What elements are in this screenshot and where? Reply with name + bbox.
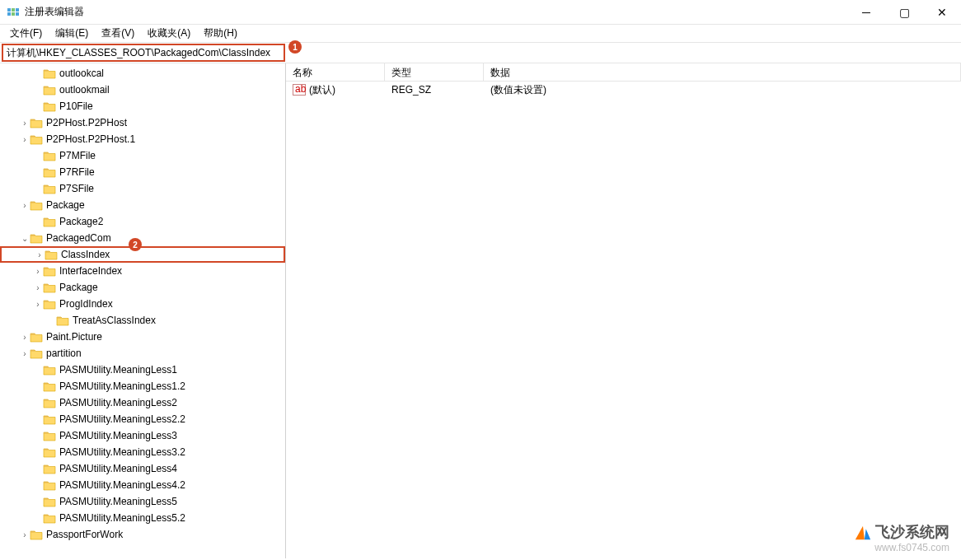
close-button[interactable]: ✕ [923,0,961,25]
tree-row[interactable]: PASMUtility.MeaningLess5.2 [0,510,285,526]
folder-icon [43,397,56,408]
tree-row[interactable]: PASMUtility.MeaningLess1.2 [0,378,285,394]
svg-rect-1 [7,12,11,16]
watermark: 飞沙系统网 www.fs0745.com [854,522,949,553]
tree-row[interactable]: P7SFile [0,180,285,197]
tree-row[interactable]: outlookmail [0,82,285,98]
tree-expander[interactable]: › [20,333,30,342]
tree-expander[interactable]: › [33,300,43,309]
tree-label: PASMUtility.MeaningLess4 [59,463,177,474]
svg-rect-2 [12,8,15,12]
watermark-text: 飞沙系统网 [875,522,949,542]
menu-view[interactable]: 查看(V) [95,25,141,42]
tree-row[interactable]: ⌄PackagedCom [0,230,285,246]
tree-row[interactable]: Package2 [0,213,285,230]
tree-row[interactable]: ›InterfaceIndex [0,263,285,279]
folder-icon [43,216,56,227]
value-row[interactable]: ab(默认)REG_SZ(数值未设置) [286,82,961,98]
folder-icon [43,298,56,310]
value-data: (数值未设置) [484,83,961,97]
folder-icon [43,68,56,79]
titlebar: 注册表编辑器 ─ ▢ ✕ [0,0,961,25]
tree: outlookcaloutlookmailP10File›P2PHost.P2P… [0,63,285,543]
tree-label: PASMUtility.MeaningLess1 [59,364,177,376]
app-icon [7,6,20,19]
tree-row[interactable]: TreatAsClassIndex [0,312,285,329]
tree-row[interactable]: PASMUtility.MeaningLess3.2 [0,444,285,460]
tree-row[interactable]: ›Package [0,197,285,213]
folder-icon [43,265,56,277]
tree-expander[interactable]: ⌄ [20,234,30,243]
tree-label: outlookcal [59,68,104,79]
tree-row[interactable]: ›ProgIdIndex [0,296,285,312]
tree-row[interactable]: outlookcal [0,65,285,82]
tree-label: P2PHost.P2PHost [46,117,127,128]
folder-icon [43,84,56,96]
tree-row[interactable]: PASMUtility.MeaningLess5 [0,493,285,510]
tree-expander[interactable]: › [20,201,30,210]
tree-row[interactable]: PASMUtility.MeaningLess4 [0,460,285,477]
folder-icon [43,413,56,425]
maximize-button[interactable]: ▢ [885,0,923,25]
tree-row[interactable]: PASMUtility.MeaningLess3 [0,427,285,444]
col-header-name[interactable]: 名称 [286,63,385,81]
tree-expander[interactable]: › [20,349,30,358]
tree-label: ClassIndex [61,249,110,260]
folder-icon [30,232,43,244]
tree-expander[interactable]: › [20,119,30,128]
tree-row[interactable]: PASMUtility.MeaningLess2 [0,394,285,411]
tree-expander[interactable]: › [33,267,43,276]
watermark-icon [854,523,872,541]
tree-row[interactable]: ›PassportForWork [0,526,285,543]
tree-label: P7MFile [59,150,96,161]
folder-icon [43,166,56,178]
tree-expander[interactable]: › [33,283,43,292]
folder-icon [30,529,43,540]
callout-1: 1 [288,40,302,54]
tree-row[interactable]: ›Package [0,279,285,296]
value-type: REG_SZ [385,84,484,96]
svg-rect-0 [7,8,11,12]
value-name: ab(默认) [286,83,385,97]
col-header-data[interactable]: 数据 [484,63,961,81]
tree-label: PASMUtility.MeaningLess2 [59,397,177,408]
tree-row[interactable]: PASMUtility.MeaningLess4.2 [0,477,285,493]
tree-row[interactable]: ›partition [0,345,285,362]
tree-expander[interactable]: › [20,530,30,539]
tree-expander[interactable]: › [35,250,45,259]
tree-row[interactable]: ›Paint.Picture [0,329,285,345]
folder-icon [43,380,56,392]
tree-row[interactable]: ›P2PHost.P2PHost.1 [0,131,285,147]
tree-label: TreatAsClassIndex [73,315,156,326]
address-bar [2,44,285,62]
folder-icon [43,150,56,161]
minimize-button[interactable]: ─ [847,0,885,25]
tree-label: P10File [59,100,93,112]
svg-rect-3 [12,12,15,16]
tree-row[interactable]: ›P2PHost.P2PHost [0,114,285,131]
values-header: 名称 类型 数据 [286,63,961,82]
tree-label: InterfaceIndex [59,265,122,277]
window-title: 注册表编辑器 [25,5,847,19]
svg-marker-9 [865,529,870,539]
tree-row[interactable]: P10File [0,98,285,114]
tree-row[interactable]: ›ClassIndex [0,246,285,263]
tree-label: PackagedCom [46,232,111,244]
tree-pane[interactable]: outlookcaloutlookmailP10File›P2PHost.P2P… [0,63,286,558]
tree-label: Paint.Picture [46,331,102,343]
menu-edit[interactable]: 编辑(E) [49,25,95,42]
tree-row[interactable]: P7RFile [0,164,285,180]
menu-file[interactable]: 文件(F) [3,25,49,42]
col-header-type[interactable]: 类型 [385,63,484,81]
menu-favorites[interactable]: 收藏夹(A) [141,25,197,42]
menu-help[interactable]: 帮助(H) [197,25,244,42]
tree-row[interactable]: PASMUtility.MeaningLess1 [0,362,285,378]
tree-expander[interactable]: › [20,135,30,144]
tree-row[interactable]: P7MFile [0,147,285,164]
address-input[interactable] [3,47,284,58]
main-panes: outlookcaloutlookmailP10File›P2PHost.P2P… [0,63,961,558]
folder-icon [30,133,43,145]
tree-label: PASMUtility.MeaningLess5 [59,496,177,507]
tree-label: PASMUtility.MeaningLess2.2 [59,413,185,425]
tree-row[interactable]: PASMUtility.MeaningLess2.2 [0,411,285,427]
